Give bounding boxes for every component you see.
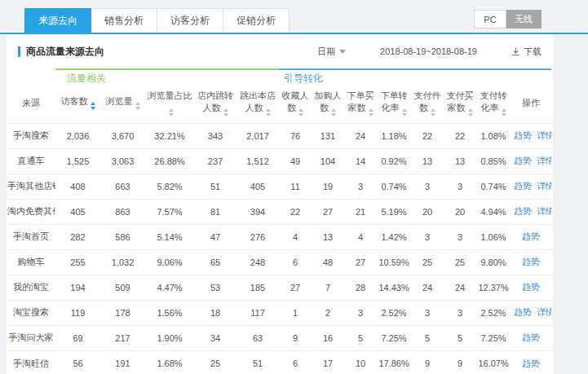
sort-arrows-icon[interactable]: [431, 108, 435, 117]
date-dropdown[interactable]: 日期: [317, 46, 346, 58]
column-header-11[interactable]: 支付买家数: [444, 87, 476, 123]
trend-link[interactable]: 趋势: [522, 359, 540, 368]
column-header-1[interactable]: 访客数: [55, 87, 100, 123]
title-accent-bar: [18, 46, 20, 57]
trend-link[interactable]: 趋势: [522, 332, 540, 342]
toggle-pc-button[interactable]: PC: [474, 10, 506, 29]
source-cell: 手淘首页: [7, 224, 55, 249]
source-cell: 手淘其他店铺...: [7, 174, 55, 199]
column-header-12[interactable]: 支付转化率: [476, 87, 511, 123]
sort-arrows-icon[interactable]: [298, 108, 303, 117]
table-group-header-row: 流量相关 引导转化: [7, 69, 551, 87]
tab-promotion-analysis[interactable]: 促销分析: [223, 8, 290, 33]
value-cell: 1,525: [55, 148, 100, 174]
date-range-value[interactable]: 2018-08-19~2018-08-19: [380, 46, 477, 56]
download-button[interactable]: 下载: [511, 46, 542, 58]
sort-arrows-icon[interactable]: [266, 108, 271, 117]
value-cell: 3: [444, 224, 476, 249]
value-cell: 2,017: [237, 123, 279, 148]
sort-arrows-icon[interactable]: [402, 108, 407, 117]
date-dropdown-label: 日期: [317, 46, 335, 58]
column-header-6[interactable]: 收藏人数: [279, 87, 312, 123]
sort-arrows-icon[interactable]: [169, 108, 174, 117]
value-cell: 13: [411, 148, 444, 174]
value-cell: 2,036: [55, 123, 100, 148]
trend-link[interactable]: 趋势: [522, 231, 540, 241]
value-cell: 6: [279, 350, 312, 374]
value-cell: 19: [312, 174, 344, 199]
column-header-5[interactable]: 跳出本店人数: [237, 87, 279, 123]
column-header-4[interactable]: 店内跳转人数: [194, 87, 237, 123]
trend-link[interactable]: 趋势: [514, 181, 532, 191]
actions-cell: 趋势: [511, 275, 551, 300]
sort-arrows-icon[interactable]: [91, 102, 95, 110]
value-cell: 3: [411, 300, 444, 325]
tab-source-destination[interactable]: 来源去向: [24, 8, 91, 33]
column-header-7[interactable]: 加购人数: [312, 87, 344, 123]
trend-link[interactable]: 趋势: [514, 156, 532, 165]
column-header-label: 支付件数: [414, 90, 441, 112]
value-cell: 276: [237, 224, 279, 249]
trend-link[interactable]: 趋势: [514, 307, 532, 317]
value-cell: 25: [411, 249, 444, 275]
value-cell: 1,512: [237, 148, 279, 174]
value-cell: 17: [312, 350, 344, 374]
column-header-2[interactable]: 浏览量: [100, 87, 145, 123]
value-cell: 56: [55, 350, 100, 374]
value-cell: 3,670: [100, 123, 145, 148]
chevron-down-icon: [339, 50, 346, 54]
device-toggle: PC 无线: [474, 10, 542, 29]
sort-arrows-icon[interactable]: [223, 108, 228, 117]
value-cell: 3: [444, 300, 476, 325]
value-cell: 27: [344, 249, 377, 275]
sort-arrows-icon[interactable]: [135, 102, 140, 110]
actions-cell: 趋势: [511, 350, 551, 374]
value-cell: 1.08%: [476, 123, 511, 148]
sort-arrows-icon[interactable]: [369, 108, 374, 117]
sort-arrows-icon[interactable]: [331, 108, 336, 117]
actions-cell: 趋势详情: [511, 123, 551, 148]
value-cell: 1.56%: [145, 300, 194, 325]
trend-link[interactable]: 趋势: [522, 282, 540, 292]
sort-arrows-icon[interactable]: [502, 108, 506, 117]
report-tabs: 来源去向 销售分析 访客分析 促销分析: [24, 8, 290, 33]
value-cell: 1.68%: [145, 350, 194, 374]
value-cell: 24: [344, 123, 377, 148]
column-header-3[interactable]: 浏览量占比: [145, 87, 194, 123]
tab-sales-analysis[interactable]: 销售分析: [91, 8, 157, 33]
download-icon: [511, 47, 520, 56]
analytics-page: 来源去向 销售分析 访客分析 促销分析 PC 无线 商品流量来源去向 日期 20…: [0, 0, 588, 374]
table-column-header-row: 来源访客数浏览量浏览量占比店内跳转人数跳出本店人数收藏人数加购人数下单买家数下单…: [7, 87, 551, 123]
value-cell: 12.37%: [476, 275, 511, 300]
value-cell: 119: [55, 300, 100, 325]
column-header-9[interactable]: 下单转化率: [377, 87, 411, 123]
sort-arrows-icon[interactable]: [468, 108, 473, 117]
table-row: 手淘搜索2,0363,67032.21%3432,01776131241.18%…: [7, 123, 551, 148]
column-header-8[interactable]: 下单买家数: [344, 87, 377, 123]
value-cell: 34: [194, 325, 237, 350]
trend-link[interactable]: 趋势: [522, 257, 540, 266]
detail-link[interactable]: 详情: [537, 181, 551, 191]
value-cell: 0.85%: [476, 148, 511, 174]
detail-link[interactable]: 详情: [537, 156, 551, 165]
trend-link[interactable]: 趋势: [514, 206, 532, 216]
value-cell: 53: [194, 275, 237, 300]
trend-link[interactable]: 趋势: [514, 130, 532, 140]
column-header-10[interactable]: 支付件数: [411, 87, 444, 123]
detail-link[interactable]: 详情: [537, 206, 551, 216]
tab-visitor-analysis[interactable]: 访客分析: [157, 8, 223, 33]
detail-link[interactable]: 详情: [537, 307, 551, 317]
value-cell: 7.25%: [377, 325, 411, 350]
value-cell: 9.06%: [145, 249, 194, 275]
column-header-label: 浏览量: [106, 96, 133, 106]
value-cell: 65: [194, 249, 237, 275]
value-cell: 25: [194, 350, 237, 374]
toggle-wireless-button[interactable]: 无线: [506, 10, 542, 29]
value-cell: 81: [194, 199, 237, 224]
value-cell: 3: [411, 174, 444, 199]
page-title-text: 商品流量来源去向: [26, 45, 104, 59]
value-cell: 0.74%: [377, 174, 411, 199]
detail-link[interactable]: 详情: [537, 130, 551, 140]
value-cell: 408: [55, 174, 100, 199]
value-cell: 5: [411, 325, 444, 350]
